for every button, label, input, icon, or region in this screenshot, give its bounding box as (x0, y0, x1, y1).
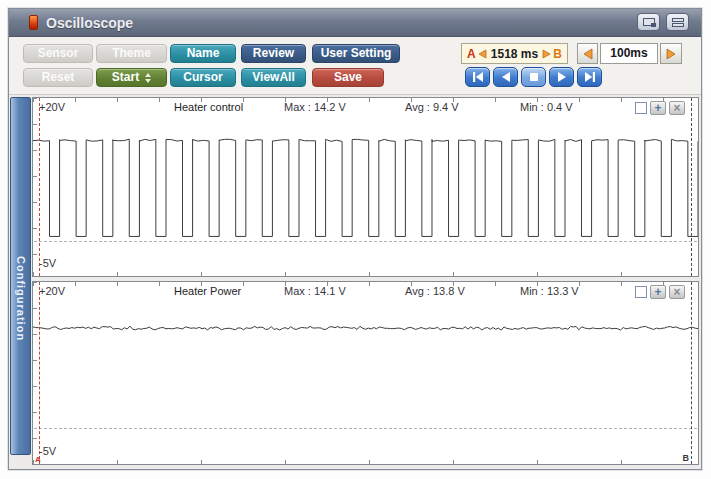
ab-range-box: A 1518 ms B (461, 43, 568, 64)
cursor-b-marker[interactable]: B (683, 453, 690, 463)
bottom-axis-ticks (33, 460, 698, 464)
toolbar: Sensor Theme Name Review User Setting Re… (9, 37, 701, 95)
cursor-b-label: B (553, 47, 562, 61)
left-axis-ticks (33, 282, 37, 464)
oscilloscope-window: Oscilloscope Sensor Theme Name Review Us… (8, 8, 702, 470)
play-button[interactable] (549, 67, 574, 87)
reset-button[interactable]: Reset (23, 68, 93, 87)
panel-controls: + × (635, 101, 685, 115)
scope-panel-heater-control: +20V Heater control Max : 14.2 V Avg : 9… (32, 97, 699, 277)
cursor-a-marker[interactable]: A (35, 455, 41, 464)
step-back-button[interactable] (493, 67, 518, 87)
close-panel-button[interactable]: × (669, 101, 685, 115)
cursor-a-label: A (467, 47, 476, 61)
max-readout: Max : 14.1 V (284, 285, 346, 297)
name-button[interactable]: Name (170, 44, 236, 63)
cursor-b-line[interactable] (691, 98, 692, 276)
stop-button[interactable] (521, 67, 546, 87)
sensor-button[interactable]: Sensor (23, 44, 93, 63)
window-title: Oscilloscope (46, 15, 133, 31)
configuration-tab[interactable]: Configuration (10, 97, 31, 455)
play-icon (556, 72, 568, 82)
timebase-increase-button[interactable] (660, 43, 682, 64)
skip-to-end-button[interactable] (577, 67, 602, 87)
app-icon (29, 15, 38, 30)
close-panel-button[interactable]: × (669, 285, 685, 299)
skip-to-start-button[interactable] (465, 67, 490, 87)
channel-select-checkbox[interactable] (635, 102, 647, 114)
zero-volt-gridline (34, 428, 697, 429)
top-axis-ticks (33, 98, 698, 102)
avg-readout: Avg : 9.4 V (405, 101, 459, 113)
ab-range-value: 1518 ms (489, 47, 541, 61)
theme-button[interactable]: Theme (96, 44, 167, 63)
zero-volt-gridline (34, 241, 697, 242)
skip-end-icon (584, 72, 596, 82)
zoom-in-button[interactable]: + (650, 285, 666, 299)
min-readout: Min : 13.3 V (520, 285, 579, 297)
start-button-label: Start (112, 69, 139, 86)
chart-region: Configuration +20V Heater control Max : … (9, 95, 701, 469)
left-arrow-icon (583, 48, 593, 60)
tile-windows-button[interactable] (666, 13, 689, 31)
popout-window-button[interactable] (637, 13, 660, 31)
channel-title: Heater control (174, 101, 243, 113)
range-left-arrow-icon[interactable] (478, 49, 487, 59)
user-setting-button[interactable]: User Setting (312, 44, 400, 63)
timebase-decrease-button[interactable] (577, 43, 598, 64)
scale-bottom-label: -5V (39, 445, 56, 457)
stop-icon (528, 72, 540, 82)
right-arrow-icon (666, 48, 676, 60)
save-button[interactable]: Save (312, 68, 384, 87)
bottom-axis-ticks (33, 272, 698, 276)
viewall-button[interactable]: ViewAll (241, 68, 306, 87)
scale-top-label: +20V (39, 101, 65, 113)
titlebar: Oscilloscope (9, 9, 701, 37)
max-readout: Max : 14.2 V (284, 101, 346, 113)
left-axis-ticks (33, 98, 37, 276)
back-icon (500, 72, 512, 82)
cursor-b-line[interactable] (691, 282, 692, 464)
tile-windows-icon (672, 18, 684, 27)
heater-power-waveform (33, 282, 698, 464)
scale-bottom-label: -5V (39, 257, 56, 269)
scale-top-label: +20V (39, 285, 65, 297)
popout-window-icon (643, 18, 655, 26)
titlebar-controls (637, 13, 689, 31)
start-spinner-icon (145, 73, 151, 83)
top-axis-ticks (33, 282, 698, 286)
configuration-tab-label: Configuration (15, 256, 27, 454)
scope-panel-heater-power: +20V Heater Power Max : 14.1 V Avg : 13.… (32, 281, 699, 465)
cursor-a-line[interactable] (39, 98, 40, 276)
timebase-value: 100ms (600, 43, 658, 64)
start-button[interactable]: Start (96, 68, 167, 87)
avg-readout: Avg : 13.8 V (405, 285, 465, 297)
channel-title: Heater Power (174, 285, 241, 297)
panel-controls: + × (635, 285, 685, 299)
range-right-arrow-icon[interactable] (542, 49, 551, 59)
min-readout: Min : 0.4 V (520, 101, 573, 113)
cursor-a-line[interactable] (39, 282, 40, 464)
channel-select-checkbox[interactable] (635, 286, 647, 298)
cursor-button[interactable]: Cursor (170, 68, 236, 87)
heater-control-waveform (33, 98, 698, 276)
transport-controls (465, 67, 602, 87)
review-button[interactable]: Review (241, 44, 306, 63)
screen: Oscilloscope Sensor Theme Name Review Us… (0, 0, 711, 479)
zoom-in-button[interactable]: + (650, 101, 666, 115)
skip-start-icon (472, 72, 484, 82)
